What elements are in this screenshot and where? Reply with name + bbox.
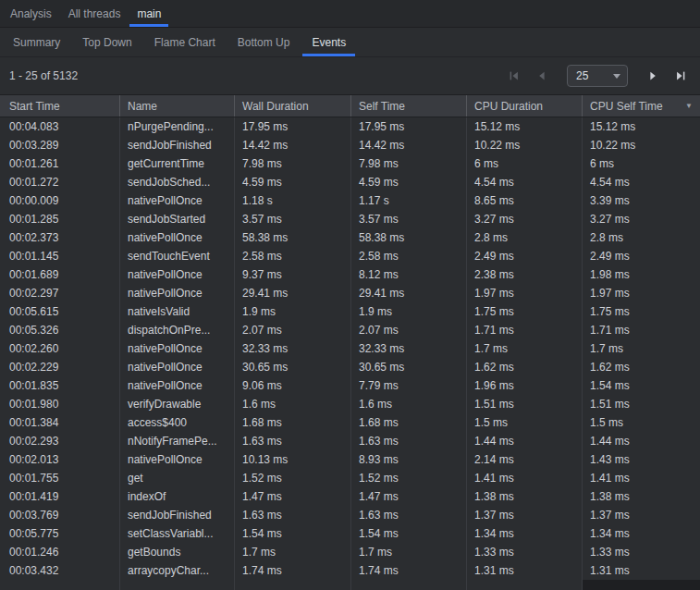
first-page-button[interactable] — [504, 66, 524, 86]
tab-label: All threads — [68, 7, 121, 20]
column-header-start-time[interactable]: Start Time — [0, 95, 120, 117]
table-row[interactable]: 00:01.755get1.52 ms1.52 ms1.41 ms1.41 ms — [0, 469, 700, 487]
table-cell: 1.96 ms — [467, 376, 583, 395]
table-cell: 00:01.689 — [0, 265, 120, 284]
column-header-cpu-duration[interactable]: CPU Duration — [467, 95, 583, 117]
table-cell: 00:02.373 — [0, 228, 120, 247]
last-page-icon — [674, 69, 687, 82]
table-row[interactable]: 00:01.689nativePollOnce9.37 ms8.12 ms2.3… — [0, 265, 700, 284]
tab-bottom-up[interactable]: Bottom Up — [227, 28, 301, 56]
table-cell: 00:03.289 — [0, 136, 120, 154]
column-header-name[interactable]: Name — [120, 95, 235, 117]
table-cell: sendJobSched... — [120, 173, 235, 191]
table-cell: 29.41 ms — [235, 284, 351, 302]
table-row[interactable]: 00:02.297nativePollOnce29.41 ms29.41 ms1… — [0, 284, 700, 302]
table-cell: 10.13 ms — [235, 450, 351, 469]
table-cell: 1.62 ms — [467, 358, 583, 376]
table-cell: 1.52 ms — [351, 469, 467, 487]
first-page-icon — [508, 69, 521, 82]
table-cell: sendTouchEvent — [120, 247, 235, 265]
table-cell: nativePollOnce — [120, 265, 235, 284]
table-row[interactable]: 00:01.835nativePollOnce9.06 ms7.79 ms1.9… — [0, 376, 700, 395]
table-cell: 9.37 ms — [235, 265, 351, 284]
table-row[interactable]: 00:02.229nativePollOnce30.65 ms30.65 ms1… — [0, 358, 700, 376]
last-page-button[interactable] — [670, 66, 691, 86]
table-cell: 1.63 ms — [351, 506, 467, 524]
table-cell: 00:02.013 — [0, 450, 120, 469]
table-cell: 8.12 ms — [351, 265, 467, 284]
table-cell: 00:01.285 — [0, 210, 120, 228]
table-cell: access$400 — [120, 413, 235, 432]
table-cell: 14.42 ms — [351, 136, 467, 154]
table-cell: getBounds — [120, 543, 235, 561]
pagination-controls: 25 — [504, 65, 691, 87]
table-cell: 00:01.145 — [0, 247, 120, 265]
table-cell: 1.47 ms — [235, 487, 351, 506]
table-cell: 00:05.326 — [0, 321, 120, 339]
table-row[interactable]: 00:00.009nativePollOnce1.18 s1.17 s8.65 … — [0, 191, 700, 210]
table-row[interactable]: 00:03.432arraycopyChar...1.74 ms1.74 ms1… — [0, 561, 700, 580]
table-row[interactable]: 00:01.285sendJobStarted3.57 ms3.57 ms3.2… — [0, 210, 700, 228]
table-row[interactable]: 00:05.775setClassVariabl...1.54 ms1.54 m… — [0, 524, 700, 543]
table-cell: verifyDrawable — [120, 395, 235, 413]
table-row[interactable]: 00:04.083nPurgePending...17.95 ms17.95 m… — [0, 117, 700, 136]
table-cell: 4.54 ms — [583, 173, 700, 191]
next-page-icon — [646, 69, 659, 82]
tab-all-threads[interactable]: All threads — [60, 0, 129, 27]
tab-flame-chart[interactable]: Flame Chart — [143, 28, 227, 56]
table-row[interactable]: 00:02.293nNotifyFramePe...1.63 ms1.63 ms… — [0, 432, 700, 450]
table-cell: 4.59 ms — [235, 173, 351, 191]
table-cell: 3.27 ms — [583, 210, 700, 228]
column-header-cpu-self-time[interactable]: CPU Self Time▼ — [583, 95, 700, 117]
page-size-select[interactable]: 25 — [567, 65, 628, 87]
tab-analysis[interactable]: Analysis — [2, 0, 60, 27]
table-cell: 1.54 ms — [583, 376, 700, 395]
table-cell: 1.31 ms — [583, 561, 700, 580]
table-cell: 00:03.432 — [0, 561, 120, 580]
table-row[interactable]: 00:05.615nativeIsValid1.9 ms1.9 ms1.75 m… — [0, 302, 700, 321]
table-row[interactable]: 00:01.384access$4001.68 ms1.68 ms1.5 ms1… — [0, 413, 700, 432]
table-cell: 00:01.419 — [0, 487, 120, 506]
table-row[interactable]: 00:01.246getBounds1.7 ms1.7 ms1.33 ms1.3… — [0, 543, 700, 561]
column-header-wall-duration[interactable]: Wall Duration — [235, 95, 351, 117]
table-cell: 1.38 ms — [583, 487, 700, 506]
table-cell: 58.38 ms — [351, 228, 467, 247]
table-row[interactable]: 00:02.260nativePollOnce32.33 ms32.33 ms1… — [0, 339, 700, 358]
tab-main[interactable]: main — [129, 0, 169, 27]
table-row[interactable]: 00:02.013nativePollOnce10.13 ms8.93 ms2.… — [0, 450, 700, 469]
table-row[interactable]: 00:02.373nativePollOnce58.38 ms58.38 ms2… — [0, 228, 700, 247]
table-row[interactable]: 00:01.419indexOf1.47 ms1.47 ms1.38 ms1.3… — [0, 487, 700, 506]
table-cell: 6 ms — [467, 154, 583, 173]
tab-events[interactable]: Events — [301, 28, 357, 56]
table-cell: 9.06 ms — [235, 376, 351, 395]
table-row[interactable]: 00:01.261getCurrentTime7.98 ms7.98 ms6 m… — [0, 154, 700, 173]
table-row[interactable]: 00:01.145sendTouchEvent2.58 ms2.58 ms2.4… — [0, 247, 700, 265]
tab-summary[interactable]: Summary — [2, 28, 71, 56]
table-row[interactable]: 00:03.769sendJobFinished1.63 ms1.63 ms1.… — [0, 506, 700, 524]
tab-label: Analysis — [10, 7, 52, 20]
table-cell: 1.98 ms — [583, 265, 700, 284]
table-cell: 3.27 ms — [467, 210, 583, 228]
tab-top-down[interactable]: Top Down — [71, 28, 142, 56]
table-cell: 1.54 ms — [351, 524, 467, 543]
table-row[interactable]: 00:01.272sendJobSched...4.59 ms4.59 ms4.… — [0, 173, 700, 191]
table-row[interactable]: 00:05.326dispatchOnPre...2.07 ms2.07 ms1… — [0, 321, 700, 339]
table-cell: 1.54 ms — [235, 524, 351, 543]
column-header-self-time[interactable]: Self Time — [351, 95, 467, 117]
table-cell: 14.42 ms — [235, 136, 351, 154]
column-header-label: Name — [128, 100, 157, 113]
table-cell: 7.98 ms — [351, 154, 467, 173]
table-cell: 4.59 ms — [351, 173, 467, 191]
table-cell: nativePollOnce — [120, 358, 235, 376]
events-table: 00:04.083nPurgePending...17.95 ms17.95 m… — [0, 117, 700, 590]
table-cell: 1.41 ms — [583, 469, 700, 487]
table-cell: 8.93 ms — [351, 450, 467, 469]
prev-page-button[interactable] — [532, 66, 552, 86]
column-header-label: CPU Duration — [474, 100, 543, 113]
table-row[interactable]: 00:01.980verifyDrawable1.6 ms1.6 ms1.51 … — [0, 395, 700, 413]
table-cell: 8.65 ms — [467, 191, 583, 210]
filler-cell — [0, 580, 120, 590]
table-row[interactable]: 00:03.289sendJobFinished14.42 ms14.42 ms… — [0, 136, 700, 154]
table-cell: 1.71 ms — [467, 321, 583, 339]
next-page-button[interactable] — [643, 66, 663, 86]
